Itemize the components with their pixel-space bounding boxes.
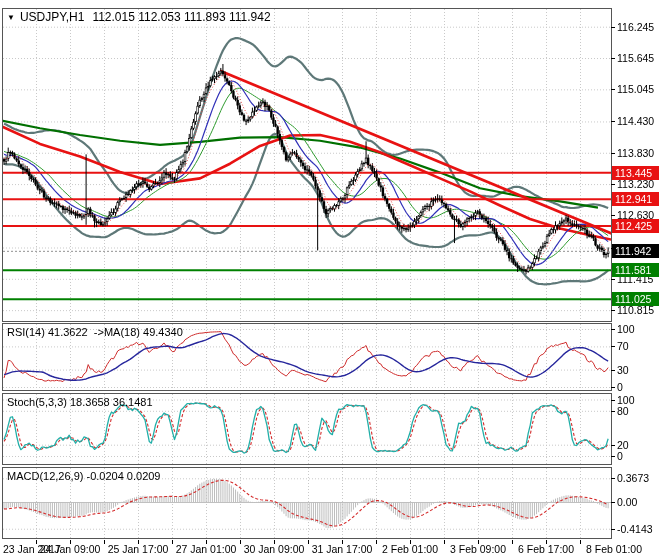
ohlc-readout: 112.015 112.053 111.893 111.942 <box>92 10 270 24</box>
price-badge-resistance: 112.425 <box>612 219 659 233</box>
time-axis-label: 6 Feb 17:00 <box>518 543 574 555</box>
time-tick-mark <box>376 540 377 544</box>
price-tick-mark <box>611 279 615 280</box>
indicator-tick-mark <box>611 400 615 401</box>
indicator-tick-label: 0 <box>617 450 623 463</box>
stochastic-label: Stoch(5,3,3) 18.3658 36.1481 <box>7 396 153 408</box>
indicator-tick-label: 100 <box>617 323 635 336</box>
time-tick-mark <box>512 540 513 544</box>
time-tick-mark <box>104 540 105 544</box>
time-axis-label: 31 Jan 17:00 <box>312 543 373 555</box>
time-axis-label: 30 Jan 09:00 <box>244 543 305 555</box>
price-tick-label: 114.430 <box>617 114 654 128</box>
price-tick-mark <box>611 89 615 90</box>
indicator-tick-label: 0.3673 <box>617 472 649 485</box>
time-tick-mark <box>172 540 173 544</box>
indicator-tick-mark <box>611 445 615 446</box>
price-badge-support: 111.025 <box>612 292 659 306</box>
price-chart-canvas[interactable] <box>3 9 611 321</box>
price-tick-mark <box>611 121 615 122</box>
chart-window: ▼USDJPY,H1112.015 112.053 111.893 111.94… <box>0 0 660 560</box>
indicator-tick-label: -0.4143 <box>617 523 653 536</box>
time-tick-mark <box>308 540 309 544</box>
symbol-timeframe-label: USDJPY,H1 <box>20 10 84 24</box>
time-axis-label: 8 Feb 01:00 <box>586 543 642 555</box>
main-chart-panel: ▼USDJPY,H1112.015 112.053 111.893 111.94… <box>2 8 612 322</box>
indicator-tick-mark <box>611 329 615 330</box>
indicator-tick-mark <box>611 478 615 479</box>
price-badge-resistance: 113.445 <box>612 166 659 180</box>
indicator-tick-mark <box>611 411 615 412</box>
indicator-tick-mark <box>611 529 615 530</box>
price-badge-resistance: 112.941 <box>612 192 659 206</box>
time-axis-label: 2 Feb 01:00 <box>382 543 438 555</box>
rsi-label: RSI(14) 41.3622 ->MA(18) 49.4340 <box>7 326 183 338</box>
price-tick-mark <box>611 215 615 216</box>
price-tick-mark <box>611 27 615 28</box>
chart-title-bar: ▼USDJPY,H1112.015 112.053 111.893 111.94… <box>7 10 271 24</box>
time-axis-label: 27 Jan 01:00 <box>176 543 237 555</box>
indicator-tick-label: 30 <box>617 364 629 377</box>
macd-panel: MACD(12,26,9) -0.0204 0.0209 <box>2 467 612 539</box>
indicator-tick-mark <box>611 502 615 503</box>
price-tick-label: 113.830 <box>617 146 654 160</box>
time-axis-label: 25 Jan 17:00 <box>108 543 169 555</box>
indicator-tick-label: 70 <box>617 340 629 353</box>
indicator-tick-mark <box>611 387 615 388</box>
indicator-tick-mark <box>611 370 615 371</box>
indicator-tick-label: 0.00 <box>617 496 637 509</box>
time-tick-mark <box>580 540 581 544</box>
indicator-tick-label: 80 <box>617 405 629 418</box>
price-tick-mark <box>611 310 615 311</box>
stochastic-panel: Stoch(5,3,3) 18.3658 36.1481 <box>2 393 612 465</box>
indicator-tick-mark <box>611 456 615 457</box>
rsi-panel: RSI(14) 41.3622 ->MA(18) 49.4340 <box>2 323 612 391</box>
price-tick-label: 115.045 <box>617 82 654 96</box>
time-axis-label: 24 Jan 09:00 <box>40 543 101 555</box>
macd-label: MACD(12,26,9) -0.0204 0.0209 <box>7 470 160 482</box>
price-badge-current: 111.942 <box>612 244 659 258</box>
price-tick-mark <box>611 153 615 154</box>
price-tick-mark <box>611 58 615 59</box>
price-tick-label: 115.645 <box>617 51 654 65</box>
symbol-dropdown-icon[interactable]: ▼ <box>7 13 15 22</box>
time-axis-label: 3 Feb 09:00 <box>450 543 506 555</box>
time-tick-mark <box>444 540 445 544</box>
indicator-tick-label: 0 <box>617 381 623 394</box>
price-tick-label: 116.245 <box>617 20 654 34</box>
price-badge-support: 111.581 <box>612 263 659 277</box>
indicator-tick-mark <box>611 346 615 347</box>
time-tick-mark <box>240 540 241 544</box>
price-tick-mark <box>611 184 615 185</box>
